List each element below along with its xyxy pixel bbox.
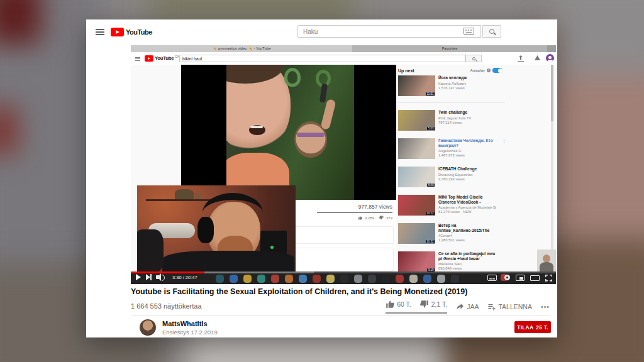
upnext-item[interactable]: 16:32 Ветер на пляже_Колпино-2015/The wi… [398,223,505,244]
tab-favorites: Favorites [352,45,547,52]
more-icon: ••• [541,303,550,310]
video-title[interactable]: Ветер на пляже_Колпино-2015/The wind at … [438,223,496,233]
corner-facecam [537,250,556,272]
share-button[interactable]: JAA [456,303,479,310]
channel-name[interactable]: MattsWhatItIs [162,320,208,327]
play-button[interactable] [136,274,141,280]
shoulders-shape [540,262,553,272]
subscribe-button[interactable]: TILAA 25 T. [514,321,551,333]
miniplayer-icon[interactable] [516,275,525,281]
view-count: 895,849 views [438,266,496,270]
phone-video [226,65,354,200]
dislike-button: 379 [379,216,392,220]
teeth-shape [250,126,263,128]
upnext-item[interactable]: 9:19 Ce se afla in portbagajul meu pt Gr… [398,251,505,273]
video-thumbnail[interactable]: 11:51 [398,75,435,96]
dock-icon [354,275,362,283]
recorded-search-input [179,55,465,62]
dock-icon [382,275,390,283]
video-thumbnail[interactable]: 6:40 [398,167,435,187]
view-count: 1,576,747 views [438,86,496,90]
video-thumbnail[interactable]: 10:22 [398,195,435,216]
dock-icon [340,275,348,283]
video-title[interactable]: Гимнастика Челлендж. Кто выиграл? [438,138,496,148]
dock-icon [423,275,431,283]
channel-name: Dreaming Equestrian [438,173,496,177]
video-title[interactable]: Ce se afla in portbagajul meu pt Grecia … [438,251,496,261]
video-player[interactable]: 🤸 gymnastics video 🤸 - YouTube Favorites… [131,45,556,284]
video-thumbnail[interactable]: 9:19 [398,251,435,272]
video-thumbnail[interactable]: 16:32 [398,223,435,244]
dock-icon [326,275,335,283]
duration-badge: 16:32 [426,240,435,243]
duration-badge: 5:03 [427,127,435,130]
search-input[interactable] [297,25,481,38]
channel-name: Academia y Agencia de Modelaje Betankaz [438,206,496,209]
video-title[interactable]: MINI Top Model Giselle Cisneros VideoBoo… [438,195,496,204]
save-button[interactable]: TALLENNA [487,303,532,310]
save-label: TALLENNA [498,303,532,310]
bg-blob [0,0,41,44]
video-thumbnail[interactable] [398,138,435,159]
channel-avatar[interactable] [140,319,156,336]
arm-shape [320,99,336,130]
share-label: JAA [467,303,479,310]
theater-mode-icon[interactable] [530,275,540,281]
video-title[interactable]: ICEBATH Challenge [438,167,496,172]
dock-icon [313,275,321,283]
time-display: 3:30 / 20:47 [172,275,197,280]
search-button[interactable] [482,25,501,38]
channel-name: Карина Лабович [438,82,496,85]
upnext-label: Up next [398,69,414,73]
dislike-count: 2,1 T. [431,300,448,308]
action-bar: 60 T. 2,1 T. JAA TALLENNA ••• [386,300,550,314]
volume-icon[interactable] [156,275,160,279]
upnext-item[interactable]: 10:22 MINI Top Model Giselle Cisneros Vi… [398,195,505,216]
upnext-item[interactable]: 5:03 Twin challenge Pink Jaguar Kids TV … [398,110,505,131]
more-actions-button[interactable]: ••• [541,303,550,310]
thumbs-down-icon [379,216,384,220]
fullscreen-icon[interactable] [545,275,552,282]
thumbs-down-icon [420,300,429,309]
recorded-like-count: 3,289 [365,216,374,220]
chair-shape [137,229,164,272]
dock-icon [299,275,307,283]
video-meta: Twin challenge Pink Jaguar Kids TV 797,2… [438,110,496,131]
youtube-logo[interactable]: YouTube [111,28,152,36]
video-title[interactable]: Twin challenge [438,110,496,115]
duration-badge: 6:40 [427,184,435,187]
subscribe-label: TILAA [517,324,533,331]
video-title[interactable]: Йога челлндж [438,75,496,80]
more-options-icon[interactable]: ⋮ [502,138,506,143]
sentiment-bar [317,212,392,213]
video-thumbnail[interactable]: 5:03 [398,110,435,131]
share-icon [456,303,464,310]
tab-gymnastics-video: 🤸 gymnastics video 🤸 - YouTube [131,45,352,52]
settings-button[interactable] [502,274,510,282]
thumbs-up-icon [358,216,362,220]
dislike-button[interactable]: 2,1 T. [420,300,448,309]
upnext-item[interactable]: Гимнастика Челлендж. Кто выиграл? Angelo… [398,138,505,160]
recorded-search-button [465,55,482,62]
region-code: CA [175,55,179,58]
progress-bar[interactable] [131,272,556,273]
dock-icon [243,275,252,283]
recorded-dock [216,275,459,283]
next-button[interactable] [146,274,151,280]
rating-group: 60 T. 2,1 T. [386,300,447,314]
glasses-shape [297,133,325,137]
premiere-date: Ensiesitys 17.2.2019 [162,329,218,336]
youtube-logo-text: YouTube [126,28,152,36]
dock-icon [257,275,265,283]
keyboard-icon[interactable] [464,28,474,35]
upnext-item[interactable]: 11:51 Йога челлндж Карина Лабович 1,576,… [398,75,505,103]
upnext-item[interactable]: 6:40 ICEBATH Challenge Dreaming Equestri… [398,167,505,188]
menu-icon[interactable] [96,29,104,35]
dock-icon [216,275,224,283]
video-meta: MINI Top Model Giselle Cisneros VideoBoo… [438,195,496,216]
channel-name: Pink Jaguar Kids TV [438,116,496,120]
green-led-shape [270,246,274,249]
like-button[interactable]: 60 T. [386,300,411,309]
view-count: 1,380,501 views [438,238,496,242]
subtitles-icon[interactable] [487,275,497,281]
